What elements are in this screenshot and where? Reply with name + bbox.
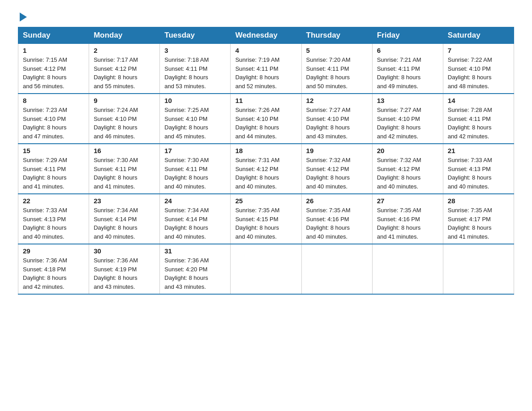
calendar-table: SundayMondayTuesdayWednesdayThursdayFrid… (18, 27, 514, 295)
day-number: 15 (23, 147, 84, 154)
calendar-cell (443, 244, 514, 294)
calendar-cell: 28 Sunrise: 7:35 AMSunset: 4:17 PMDaylig… (443, 194, 514, 244)
calendar-cell: 20 Sunrise: 7:32 AMSunset: 4:12 PMDaylig… (372, 144, 443, 194)
day-number: 5 (306, 47, 368, 54)
day-info: Sunrise: 7:18 AMSunset: 4:11 PMDaylight:… (164, 56, 209, 90)
day-info: Sunrise: 7:36 AMSunset: 4:18 PMDaylight:… (23, 257, 67, 290)
day-number: 2 (94, 47, 155, 54)
calendar-cell: 18 Sunrise: 7:31 AMSunset: 4:12 PMDaylig… (231, 144, 301, 194)
day-info: Sunrise: 7:15 AMSunset: 4:12 PMDaylight:… (23, 56, 67, 90)
calendar-cell: 25 Sunrise: 7:35 AMSunset: 4:15 PMDaylig… (231, 194, 301, 244)
day-number: 4 (235, 47, 296, 54)
day-number: 13 (377, 97, 438, 104)
day-info: Sunrise: 7:33 AMSunset: 4:13 PMDaylight:… (448, 157, 492, 190)
day-number: 25 (235, 197, 296, 205)
day-info: Sunrise: 7:30 AMSunset: 4:11 PMDaylight:… (94, 157, 138, 190)
day-info: Sunrise: 7:19 AMSunset: 4:11 PMDaylight:… (235, 56, 279, 90)
calendar-cell: 1 Sunrise: 7:15 AMSunset: 4:12 PMDayligh… (18, 44, 89, 94)
day-info: Sunrise: 7:36 AMSunset: 4:19 PMDaylight:… (94, 257, 138, 290)
day-info: Sunrise: 7:30 AMSunset: 4:11 PMDaylight:… (164, 157, 209, 190)
day-number: 17 (164, 147, 226, 154)
day-number: 6 (377, 47, 438, 54)
calendar-cell: 15 Sunrise: 7:29 AMSunset: 4:11 PMDaylig… (18, 144, 89, 194)
calendar-cell: 6 Sunrise: 7:21 AMSunset: 4:11 PMDayligh… (372, 44, 443, 94)
calendar-cell: 11 Sunrise: 7:26 AMSunset: 4:10 PMDaylig… (231, 94, 301, 144)
day-number: 26 (306, 197, 368, 205)
day-number: 29 (23, 247, 84, 255)
calendar-cell: 27 Sunrise: 7:35 AMSunset: 4:16 PMDaylig… (372, 194, 443, 244)
col-header-sunday: Sunday (18, 27, 89, 44)
col-header-friday: Friday (372, 27, 443, 44)
day-info: Sunrise: 7:20 AMSunset: 4:11 PMDaylight:… (306, 56, 351, 90)
day-number: 31 (164, 247, 226, 255)
calendar-cell: 7 Sunrise: 7:22 AMSunset: 4:10 PMDayligh… (443, 44, 514, 94)
calendar-cell: 30 Sunrise: 7:36 AMSunset: 4:19 PMDaylig… (89, 244, 160, 294)
day-number: 18 (235, 147, 296, 154)
day-info: Sunrise: 7:34 AMSunset: 4:14 PMDaylight:… (94, 207, 138, 240)
calendar-cell: 19 Sunrise: 7:32 AMSunset: 4:12 PMDaylig… (301, 144, 372, 194)
calendar-cell: 2 Sunrise: 7:17 AMSunset: 4:12 PMDayligh… (89, 44, 160, 94)
day-info: Sunrise: 7:32 AMSunset: 4:12 PMDaylight:… (306, 157, 351, 190)
calendar-cell (372, 244, 443, 294)
day-number: 3 (164, 47, 226, 54)
col-header-thursday: Thursday (301, 27, 372, 44)
day-info: Sunrise: 7:25 AMSunset: 4:10 PMDaylight:… (164, 107, 209, 140)
calendar-cell: 16 Sunrise: 7:30 AMSunset: 4:11 PMDaylig… (89, 144, 160, 194)
day-number: 7 (448, 47, 509, 54)
calendar-cell: 9 Sunrise: 7:24 AMSunset: 4:10 PMDayligh… (89, 94, 160, 144)
day-info: Sunrise: 7:22 AMSunset: 4:10 PMDaylight:… (448, 56, 492, 90)
calendar-cell: 24 Sunrise: 7:34 AMSunset: 4:14 PMDaylig… (160, 194, 231, 244)
day-number: 27 (377, 197, 438, 205)
day-number: 16 (94, 147, 155, 154)
day-info: Sunrise: 7:35 AMSunset: 4:16 PMDaylight:… (377, 207, 421, 240)
day-number: 1 (23, 47, 84, 54)
page-header (18, 13, 514, 22)
calendar-cell: 14 Sunrise: 7:28 AMSunset: 4:11 PMDaylig… (443, 94, 514, 144)
day-number: 9 (94, 97, 155, 104)
calendar-cell: 17 Sunrise: 7:30 AMSunset: 4:11 PMDaylig… (160, 144, 231, 194)
day-info: Sunrise: 7:24 AMSunset: 4:10 PMDaylight:… (94, 107, 138, 140)
day-number: 14 (448, 97, 509, 104)
day-info: Sunrise: 7:28 AMSunset: 4:11 PMDaylight:… (448, 107, 492, 140)
calendar-cell: 26 Sunrise: 7:35 AMSunset: 4:16 PMDaylig… (301, 194, 372, 244)
calendar-cell: 5 Sunrise: 7:20 AMSunset: 4:11 PMDayligh… (301, 44, 372, 94)
calendar-week-row: 8 Sunrise: 7:23 AMSunset: 4:10 PMDayligh… (18, 94, 514, 144)
day-info: Sunrise: 7:23 AMSunset: 4:10 PMDaylight:… (23, 107, 67, 140)
day-info: Sunrise: 7:21 AMSunset: 4:11 PMDaylight:… (377, 56, 421, 90)
calendar-week-row: 1 Sunrise: 7:15 AMSunset: 4:12 PMDayligh… (18, 44, 514, 94)
day-info: Sunrise: 7:32 AMSunset: 4:12 PMDaylight:… (377, 157, 421, 190)
day-number: 11 (235, 97, 296, 104)
day-info: Sunrise: 7:35 AMSunset: 4:17 PMDaylight:… (448, 207, 492, 240)
day-info: Sunrise: 7:31 AMSunset: 4:12 PMDaylight:… (235, 157, 279, 190)
calendar-cell: 29 Sunrise: 7:36 AMSunset: 4:18 PMDaylig… (18, 244, 89, 294)
logo-arrow-icon (20, 13, 27, 21)
col-header-wednesday: Wednesday (231, 27, 301, 44)
day-info: Sunrise: 7:26 AMSunset: 4:10 PMDaylight:… (235, 107, 279, 140)
day-info: Sunrise: 7:36 AMSunset: 4:20 PMDaylight:… (164, 257, 209, 290)
calendar-cell: 12 Sunrise: 7:27 AMSunset: 4:10 PMDaylig… (301, 94, 372, 144)
calendar-cell: 23 Sunrise: 7:34 AMSunset: 4:14 PMDaylig… (89, 194, 160, 244)
calendar-cell: 21 Sunrise: 7:33 AMSunset: 4:13 PMDaylig… (443, 144, 514, 194)
day-info: Sunrise: 7:35 AMSunset: 4:15 PMDaylight:… (235, 207, 279, 240)
day-number: 28 (448, 197, 509, 205)
day-number: 20 (377, 147, 438, 154)
day-number: 24 (164, 197, 226, 205)
day-info: Sunrise: 7:34 AMSunset: 4:14 PMDaylight:… (164, 207, 209, 240)
day-number: 30 (94, 247, 155, 255)
calendar-cell: 22 Sunrise: 7:33 AMSunset: 4:13 PMDaylig… (18, 194, 89, 244)
calendar-cell: 10 Sunrise: 7:25 AMSunset: 4:10 PMDaylig… (160, 94, 231, 144)
day-number: 22 (23, 197, 84, 205)
day-info: Sunrise: 7:27 AMSunset: 4:10 PMDaylight:… (306, 107, 351, 140)
day-number: 23 (94, 197, 155, 205)
day-number: 21 (448, 147, 509, 154)
col-header-tuesday: Tuesday (160, 27, 231, 44)
logo (18, 13, 27, 22)
col-header-saturday: Saturday (443, 27, 514, 44)
calendar-cell: 13 Sunrise: 7:27 AMSunset: 4:10 PMDaylig… (372, 94, 443, 144)
day-number: 12 (306, 97, 368, 104)
day-info: Sunrise: 7:35 AMSunset: 4:16 PMDaylight:… (306, 207, 351, 240)
calendar-week-row: 22 Sunrise: 7:33 AMSunset: 4:13 PMDaylig… (18, 194, 514, 244)
calendar-cell (301, 244, 372, 294)
day-info: Sunrise: 7:29 AMSunset: 4:11 PMDaylight:… (23, 157, 67, 190)
calendar-cell: 3 Sunrise: 7:18 AMSunset: 4:11 PMDayligh… (160, 44, 231, 94)
